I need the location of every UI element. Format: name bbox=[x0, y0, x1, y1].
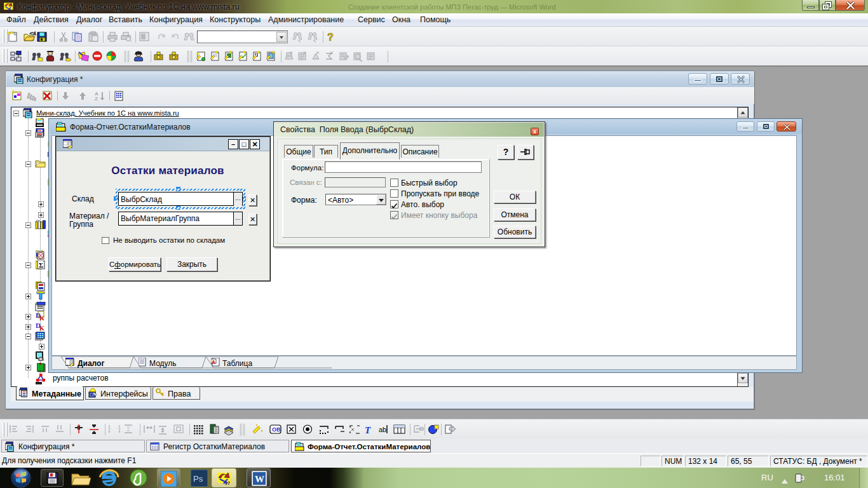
svg-text:Σ: Σ bbox=[39, 261, 43, 269]
svg-text:Ps: Ps bbox=[193, 474, 203, 484]
svg-text:K: K bbox=[39, 325, 44, 332]
svg-text:ab: ab bbox=[379, 426, 386, 433]
svg-text:?: ? bbox=[327, 32, 334, 43]
svg-text:v7: v7 bbox=[225, 481, 230, 485]
svg-text:OB: OB bbox=[272, 426, 281, 433]
svg-text:W: W bbox=[255, 474, 264, 484]
svg-text:K: K bbox=[39, 315, 44, 322]
svg-text:T: T bbox=[365, 425, 371, 435]
svg-text:Z: Z bbox=[95, 96, 98, 101]
svg-text:A: A bbox=[212, 359, 215, 365]
